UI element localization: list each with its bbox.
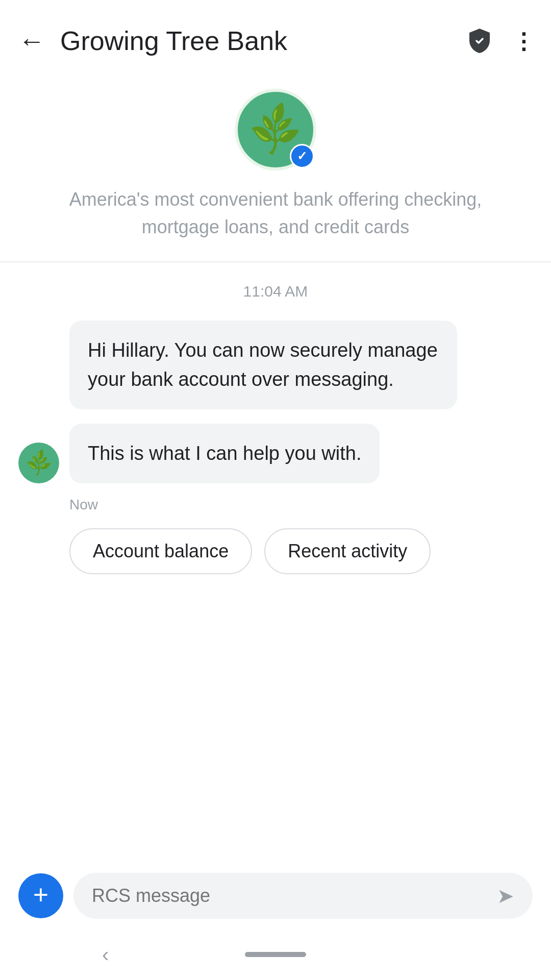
page-title: Growing Tree Bank xyxy=(60,26,465,56)
back-button[interactable]: ← xyxy=(18,28,45,54)
message-row: 🌿 This is what I can help you with. xyxy=(18,424,533,483)
shield-verified-icon[interactable] xyxy=(465,27,494,55)
avatar-wrapper: 🌿 ✓ xyxy=(235,89,316,170)
recent-activity-button[interactable]: Recent activity xyxy=(264,528,431,574)
send-icon[interactable]: ➤ xyxy=(497,884,514,908)
add-attachment-button[interactable]: + xyxy=(18,873,63,918)
chat-area: 11:04 AM Hi Hillary. You can now securel… xyxy=(0,262,551,590)
nav-bar: ‹ xyxy=(0,929,551,980)
message-timestamp: 11:04 AM xyxy=(18,283,533,300)
nav-home-pill[interactable] xyxy=(245,952,306,957)
check-icon: ✓ xyxy=(297,149,307,163)
plus-icon: + xyxy=(33,881,48,908)
profile-description: America's most convenient bank offering … xyxy=(31,186,520,241)
messages-container: Hi Hillary. You can now securely manage … xyxy=(18,321,533,574)
system-back-icon[interactable]: ‹ xyxy=(102,943,109,966)
verified-badge: ✓ xyxy=(290,144,314,168)
header: ← Growing Tree Bank ⋮ xyxy=(0,0,551,68)
message-row: Hi Hillary. You can now securely manage … xyxy=(18,321,533,415)
bot-avatar-leaf-icon: 🌿 xyxy=(23,448,54,478)
more-options-icon[interactable]: ⋮ xyxy=(512,28,533,54)
message-input[interactable] xyxy=(92,885,497,906)
profile-section: 🌿 ✓ America's most convenient bank offer… xyxy=(0,68,551,261)
quick-replies: Account balance Recent activity xyxy=(69,528,533,574)
header-actions: ⋮ xyxy=(465,27,533,55)
bot-avatar: 🌿 xyxy=(18,443,59,483)
account-balance-button[interactable]: Account balance xyxy=(69,528,252,574)
message-input-wrapper: ➤ xyxy=(73,873,533,919)
input-area: + ➤ xyxy=(0,863,551,929)
bot-message-bubble: This is what I can help you with. xyxy=(69,424,380,483)
bot-message-bubble: Hi Hillary. You can now securely manage … xyxy=(69,321,457,409)
message-time: Now xyxy=(69,497,533,513)
